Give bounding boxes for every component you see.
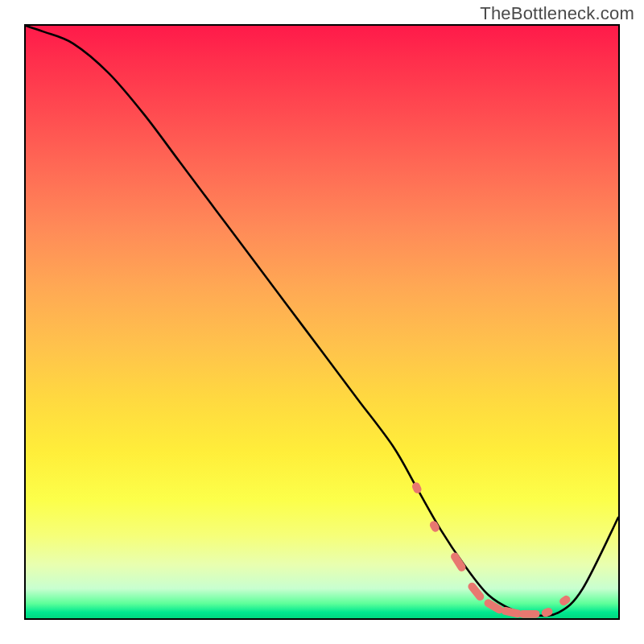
- curve-marker: [428, 519, 440, 533]
- curve-marker: [411, 481, 423, 495]
- curve-marker: [519, 610, 540, 618]
- curve-path: [26, 26, 618, 616]
- plot-area: [24, 24, 620, 620]
- curve-marker: [501, 606, 522, 618]
- bottleneck-curve: [26, 26, 618, 618]
- chart-frame: TheBottleneck.com: [0, 0, 644, 644]
- watermark-text: TheBottleneck.com: [480, 3, 634, 24]
- curve-marker: [449, 551, 467, 573]
- curve-marker: [466, 581, 485, 602]
